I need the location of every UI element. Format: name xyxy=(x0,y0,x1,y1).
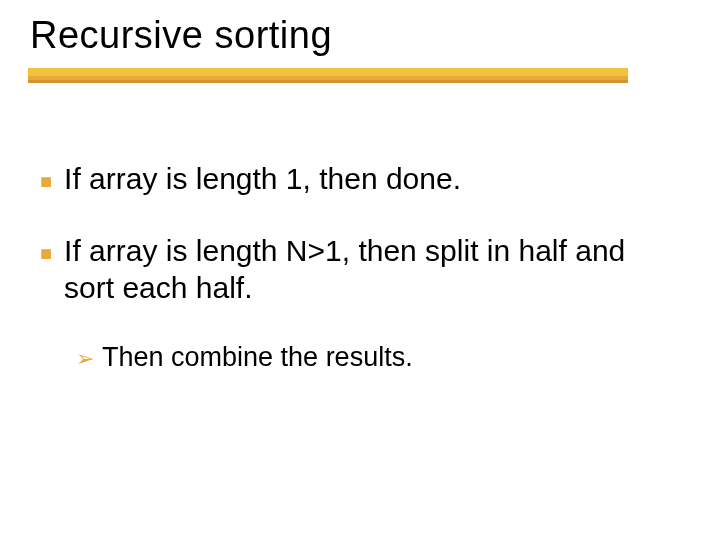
slide: Recursive sorting ■ If array is length 1… xyxy=(0,0,720,540)
bullet-text: If array is length 1, then done. xyxy=(64,160,680,198)
sub-bullet-text: Then combine the results. xyxy=(102,341,413,375)
arrow-bullet-icon: ➢ xyxy=(76,345,94,373)
bullet-item: ■ If array is length N>1, then split in … xyxy=(40,232,680,307)
slide-content: ■ If array is length 1, then done. ■ If … xyxy=(40,160,680,374)
slide-title: Recursive sorting xyxy=(30,14,332,57)
square-bullet-icon: ■ xyxy=(40,241,52,266)
sub-bullet-item: ➢ Then combine the results. xyxy=(76,341,680,375)
bullet-item: ■ If array is length 1, then done. xyxy=(40,160,680,198)
bullet-text: If array is length N>1, then split in ha… xyxy=(64,232,680,307)
title-underline xyxy=(28,68,628,88)
square-bullet-icon: ■ xyxy=(40,169,52,194)
